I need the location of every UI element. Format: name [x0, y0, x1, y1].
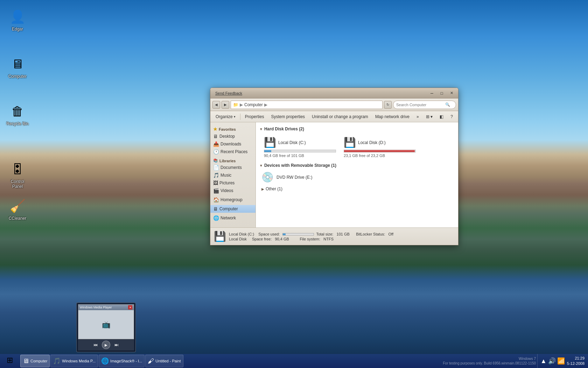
uninstall-button[interactable]: Uninstall or change a program	[309, 113, 371, 121]
sidebar-item-computer[interactable]: 🖥 Computer	[210, 205, 255, 213]
documents-sidebar-icon: 📄	[213, 165, 219, 170]
sidebar-item-videos[interactable]: 🎬 Videos	[210, 187, 255, 195]
minimize-button[interactable]: ─	[427, 90, 436, 97]
system-properties-button[interactable]: System properties	[268, 113, 308, 121]
play-button[interactable]: ▶	[102, 341, 110, 349]
thumbnail-controls: ⏮ ▶ ⏭	[78, 339, 134, 350]
refresh-button[interactable]: ↻	[384, 101, 392, 109]
thumbnail-content: 📺	[78, 310, 134, 339]
libraries-header[interactable]: 📚 Libraries	[210, 157, 255, 164]
removable-section-header[interactable]: ▼ Devices with Removable Storage (1)	[259, 162, 455, 169]
tray-arrow-icon[interactable]: ▲	[540, 357, 547, 365]
desktop-icon-computer[interactable]: 🖥 Computer	[4, 54, 31, 80]
volume-icon[interactable]: 🔊	[548, 357, 556, 365]
desktop-icon-edgar[interactable]: 👤 Edgar	[4, 7, 31, 33]
other-section[interactable]: ▶ Other (1)	[259, 185, 455, 193]
hdd-arrow-icon: ▼	[259, 127, 263, 131]
computer-taskbar-icon: 🖥	[23, 357, 29, 365]
dvd-name: DVD RW Drive (E:)	[276, 175, 312, 180]
clock-time: 21:29	[567, 356, 584, 361]
computer-sidebar-icon: 🖥	[213, 206, 218, 212]
dvd-drive[interactable]: 💿 DVD RW Drive (E:)	[259, 169, 455, 185]
taskbar-item-imageshack[interactable]: 🌐 ImageShack® - I...	[99, 355, 145, 367]
videos-sidebar-label: Videos	[220, 188, 233, 193]
documents-sidebar-label: Documents	[220, 165, 242, 170]
sidebar-item-music[interactable]: 🎵 Music	[210, 171, 255, 179]
drive-c[interactable]: 💾 Local Disk (C:) 90,4 GB free of 101 GB	[261, 134, 338, 160]
view-button[interactable]: ⊞ ▾	[423, 113, 436, 121]
drive-c-bar	[264, 150, 271, 152]
send-feedback-link[interactable]: Send Feedback	[215, 91, 242, 95]
sidebar-item-pictures[interactable]: 🖼 Pictures	[210, 179, 255, 187]
drive-c-bar-container	[264, 150, 336, 152]
search-box[interactable]: 🔍	[393, 101, 456, 109]
other-header: ▶ Other (1)	[261, 186, 453, 191]
system-tray: ▲ 🔊 📶	[540, 357, 565, 365]
network-section: 🌐 Network	[210, 214, 255, 222]
status-drive-row2: Local Disk Space free: 90,4 GB File syst…	[229, 237, 393, 241]
desktop-icon-ccleaner[interactable]: 🧹 CCleaner	[4, 196, 31, 222]
preview-pane-button[interactable]: ◧	[436, 113, 447, 121]
close-button[interactable]: ✕	[447, 90, 456, 97]
drive-c-icon: 💾	[264, 137, 276, 148]
prev-button[interactable]: ⏮	[92, 341, 99, 348]
taskbar-item-paint[interactable]: 🖌 Untitled - Paint	[145, 355, 183, 367]
explorer-window: Send Feedback ─ □ ✕ ◀ ▶ 📁 ▶ Computer ▶ ↻…	[210, 88, 458, 245]
clock-date: 5-12-2008	[567, 361, 584, 366]
address-path[interactable]: 📁 ▶ Computer ▶	[231, 101, 383, 109]
back-button[interactable]: ◀	[212, 101, 220, 109]
forward-button[interactable]: ▶	[222, 101, 229, 109]
start-button[interactable]: ⊞	[1, 353, 19, 367]
sidebar-item-documents[interactable]: 📄 Documents	[210, 164, 255, 171]
control-panel-label: Control Panel	[5, 179, 30, 189]
help-button[interactable]: ?	[447, 113, 456, 121]
taskbar-right: ▲ 🔊 📶 21:29 5-12-2008	[537, 354, 587, 368]
desktop-icon-control-panel[interactable]: 🎛 Control Panel	[4, 159, 31, 191]
properties-button[interactable]: Properties	[242, 113, 267, 121]
windows-version: Windows 7	[443, 356, 536, 361]
hdd-section-header[interactable]: ▼ Hard Disk Drives (2)	[259, 125, 455, 133]
main-pane: ▼ Hard Disk Drives (2) 💾 Local Disk (C:)…	[256, 122, 458, 227]
drive-d-icon: 💾	[344, 137, 356, 148]
status-bar-fill	[283, 233, 286, 235]
sidebar-item-downloads[interactable]: 📥 Downloads	[210, 140, 255, 148]
taskbar-item-media[interactable]: 🎵 Windows Media P...	[50, 355, 98, 367]
status-filesystem-label: File system:	[300, 237, 320, 241]
hdd-section-label: Hard Disk Drives (2)	[264, 127, 304, 131]
taskbar-item-computer[interactable]: 🖥 Computer	[20, 355, 50, 367]
organize-button[interactable]: Organize	[212, 113, 239, 121]
start-icon: ⊞	[7, 356, 13, 365]
drive-d-bar	[344, 150, 415, 152]
network-tray-icon[interactable]: 📶	[557, 357, 565, 365]
thumbnail-titlebar: Windows Media Player ✕	[78, 305, 134, 310]
recycle-icon: 🗑	[9, 103, 26, 120]
sidebar-item-desktop[interactable]: 🖥 Desktop	[210, 132, 255, 140]
next-button[interactable]: ⏭	[113, 341, 120, 348]
search-input[interactable]	[396, 103, 445, 107]
paint-taskbar-icon: 🖌	[148, 357, 154, 365]
dvd-icon: 💿	[261, 171, 274, 183]
drive-d[interactable]: 💾 Local Disk (D:) 23,1 GB free of 23,2 G…	[341, 134, 418, 160]
sidebar-item-recent[interactable]: 🕐 Recent Places	[210, 148, 255, 156]
desktop-icon-recycle-bin[interactable]: 🗑 Recycle Bin	[4, 102, 31, 128]
map-drive-button[interactable]: Map network drive	[372, 113, 413, 121]
pictures-sidebar-label: Pictures	[219, 180, 234, 185]
edgar-label: Edgar	[12, 27, 23, 32]
imageshack-taskbar-label: ImageShack® - I...	[110, 359, 142, 363]
removable-arrow-icon: ▼	[259, 164, 263, 168]
status-filesystem: NTFS	[323, 237, 334, 241]
maximize-button[interactable]: □	[437, 90, 446, 97]
sidebar-item-homegroup[interactable]: 🏠 Homegroup	[210, 196, 255, 204]
downloads-sidebar-icon: 📥	[213, 141, 219, 147]
drives-grid: 💾 Local Disk (C:) 90,4 GB free of 101 GB…	[259, 133, 455, 162]
clock[interactable]: 21:29 5-12-2008	[567, 356, 584, 367]
drive-c-name: Local Disk (C:)	[278, 140, 306, 145]
search-icon: 🔍	[445, 102, 450, 107]
sidebar-item-network[interactable]: 🌐 Network	[210, 214, 255, 222]
favorites-header[interactable]: ★ Favorites	[210, 125, 255, 132]
status-space-used-label: Space used:	[258, 232, 280, 236]
path-folder-icon: 📁	[233, 102, 238, 107]
more-button[interactable]: »	[413, 113, 422, 121]
status-info-left: Local Disk (C:) Space used: Total size: …	[229, 232, 393, 241]
thumbnail-close-button[interactable]: ✕	[128, 305, 132, 309]
